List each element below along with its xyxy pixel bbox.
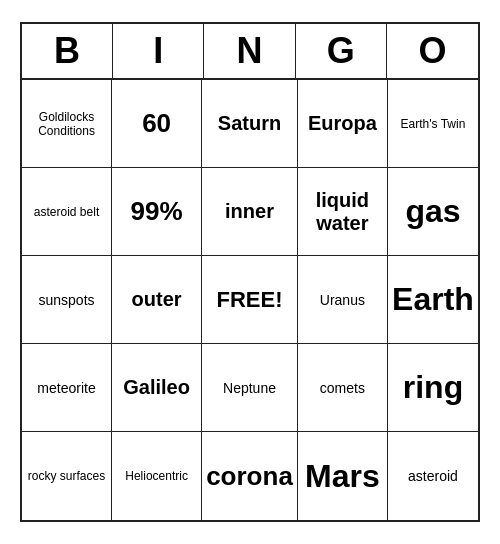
bingo-cell-r1-c1: 99% (112, 168, 202, 256)
bingo-header: BINGO (22, 24, 478, 80)
bingo-letter-i: I (113, 24, 204, 78)
bingo-cell-r2-c2: FREE! (202, 256, 298, 344)
bingo-cell-r2-c3: Uranus (298, 256, 388, 344)
bingo-cell-r0-c0: Goldilocks Conditions (22, 80, 112, 168)
bingo-cell-r2-c0: sunspots (22, 256, 112, 344)
bingo-cell-r4-c0: rocky surfaces (22, 432, 112, 520)
bingo-letter-g: G (296, 24, 387, 78)
bingo-cell-r2-c1: outer (112, 256, 202, 344)
bingo-cell-r4-c4: asteroid (388, 432, 478, 520)
bingo-letter-b: B (22, 24, 113, 78)
bingo-letter-o: O (387, 24, 478, 78)
bingo-cell-r1-c4: gas (388, 168, 478, 256)
bingo-cell-r1-c3: liquid water (298, 168, 388, 256)
bingo-cell-r0-c1: 60 (112, 80, 202, 168)
bingo-cell-r3-c3: comets (298, 344, 388, 432)
bingo-cell-r4-c1: Heliocentric (112, 432, 202, 520)
bingo-cell-r1-c2: inner (202, 168, 298, 256)
bingo-cell-r3-c4: ring (388, 344, 478, 432)
bingo-cell-r1-c0: asteroid belt (22, 168, 112, 256)
bingo-cell-r0-c2: Saturn (202, 80, 298, 168)
bingo-cell-r3-c0: meteorite (22, 344, 112, 432)
bingo-cell-r3-c1: Galileo (112, 344, 202, 432)
bingo-cell-r2-c4: Earth (388, 256, 478, 344)
bingo-cell-r0-c3: Europa (298, 80, 388, 168)
bingo-cell-r4-c3: Mars (298, 432, 388, 520)
bingo-letter-n: N (204, 24, 295, 78)
bingo-cell-r0-c4: Earth's Twin (388, 80, 478, 168)
bingo-cell-r3-c2: Neptune (202, 344, 298, 432)
bingo-grid: Goldilocks Conditions60SaturnEuropaEarth… (22, 80, 478, 520)
bingo-cell-r4-c2: corona (202, 432, 298, 520)
bingo-card: BINGO Goldilocks Conditions60SaturnEurop… (20, 22, 480, 522)
